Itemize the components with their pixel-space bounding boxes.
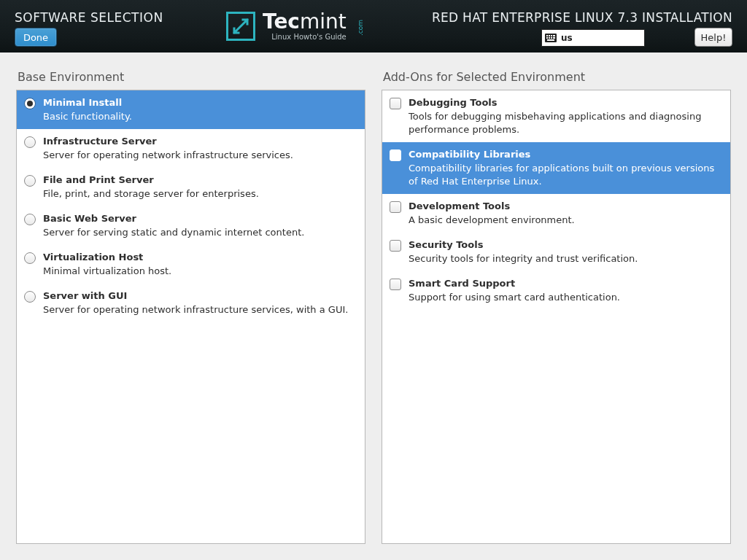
option-desc: Server for operating network infrastruct… [43, 303, 357, 316]
option-name: Debugging Tools [409, 96, 723, 109]
addon-option[interactable]: Compatibility LibrariesCompatibility lib… [382, 142, 730, 194]
base-environment-heading: Base Environment [18, 70, 365, 84]
radio-icon [24, 136, 36, 148]
checkbox-icon [390, 149, 401, 161]
option-name: Development Tools [409, 200, 723, 213]
option-name: Virtualization Host [43, 251, 357, 264]
addon-option[interactable]: Security ToolsSecurity tools for integri… [382, 233, 730, 271]
keyboard-label: us [561, 33, 573, 43]
option-desc: Security tools for integrity and trust v… [409, 252, 723, 265]
keyboard-icon [545, 34, 557, 42]
option-name: Server with GUI [43, 289, 357, 303]
addons-heading: Add-Ons for Selected Environment [383, 70, 731, 84]
radio-icon [24, 291, 36, 303]
svg-rect-4 [553, 35, 555, 36]
option-name: Infrastructure Server [43, 135, 357, 148]
addons-list: Debugging ToolsTools for debugging misbe… [382, 90, 731, 544]
radio-icon [24, 175, 36, 187]
svg-rect-1 [546, 35, 548, 36]
addon-option[interactable]: Debugging ToolsTools for debugging misbe… [382, 90, 730, 142]
base-env-option[interactable]: File and Print ServerFile, print, and st… [17, 168, 365, 206]
screen-title: SOFTWARE SELECTION [15, 10, 163, 25]
option-desc: File, print, and storage server for ente… [43, 187, 357, 201]
done-button[interactable]: Done [15, 28, 57, 47]
svg-rect-5 [546, 37, 548, 39]
option-name: Basic Web Server [43, 212, 357, 225]
checkbox-icon [390, 201, 401, 213]
base-environment-list: Minimal InstallBasic functionality.Infra… [16, 90, 365, 544]
option-name: Security Tools [409, 238, 723, 252]
base-env-option[interactable]: Minimal InstallBasic functionality. [17, 90, 365, 129]
svg-rect-8 [553, 37, 555, 39]
addons-column: Add-Ons for Selected Environment Debuggi… [382, 64, 731, 544]
base-env-option[interactable]: Basic Web ServerServer for serving stati… [17, 206, 365, 245]
radio-icon [24, 98, 36, 109]
base-env-option[interactable]: Infrastructure ServerServer for operatin… [17, 129, 365, 168]
topbar: SOFTWARE SELECTION Done Tecmint Linux Ho… [0, 0, 747, 52]
option-name: File and Print Server [43, 174, 357, 187]
base-env-option[interactable]: Virtualization HostMinimal virtualizatio… [17, 245, 365, 284]
addon-option[interactable]: Smart Card SupportSupport for using smar… [382, 271, 730, 310]
checkbox-icon [390, 240, 401, 252]
main-area: Base Environment Minimal InstallBasic fu… [0, 52, 747, 560]
svg-rect-3 [551, 35, 552, 36]
option-name: Compatibility Libraries [409, 148, 723, 161]
installer-title: RED HAT ENTERPRISE LINUX 7.3 INSTALLATIO… [432, 10, 732, 25]
option-desc: Server for operating network infrastruct… [43, 149, 357, 162]
base-environment-column: Base Environment Minimal InstallBasic fu… [16, 64, 365, 544]
radio-icon [24, 252, 36, 264]
tecmint-logo-sub: Linux Howto's Guide [263, 33, 347, 41]
svg-rect-9 [547, 39, 554, 41]
option-name: Smart Card Support [409, 277, 723, 290]
tecmint-logo-com: .com [357, 20, 364, 36]
keyboard-selector[interactable]: us [541, 29, 645, 47]
option-desc: Support for using smart card authenticat… [409, 291, 723, 304]
option-desc: Compatibility libraries for applications… [409, 162, 723, 188]
option-desc: Minimal virtualization host. [43, 265, 357, 278]
tecmint-logo-text: Tecmint [263, 12, 347, 31]
option-name: Minimal Install [43, 96, 357, 109]
addon-option[interactable]: Development ToolsA basic development env… [382, 194, 730, 233]
option-desc: Server for serving static and dynamic in… [43, 226, 357, 239]
svg-rect-2 [549, 35, 550, 36]
option-desc: A basic development environment. [409, 214, 723, 227]
svg-rect-7 [551, 37, 552, 39]
tecmint-logo-icon [226, 12, 255, 41]
checkbox-icon [390, 279, 401, 290]
base-env-option[interactable]: Server with GUIServer for operating netw… [17, 284, 365, 322]
option-desc: Basic functionality. [43, 110, 357, 123]
help-button[interactable]: Help! [694, 28, 732, 47]
svg-rect-6 [549, 37, 550, 39]
checkbox-icon [390, 98, 401, 109]
option-desc: Tools for debugging misbehaving applicat… [409, 110, 723, 136]
tecmint-logo: Tecmint Linux Howto's Guide .com [226, 12, 363, 41]
radio-icon [24, 214, 36, 225]
